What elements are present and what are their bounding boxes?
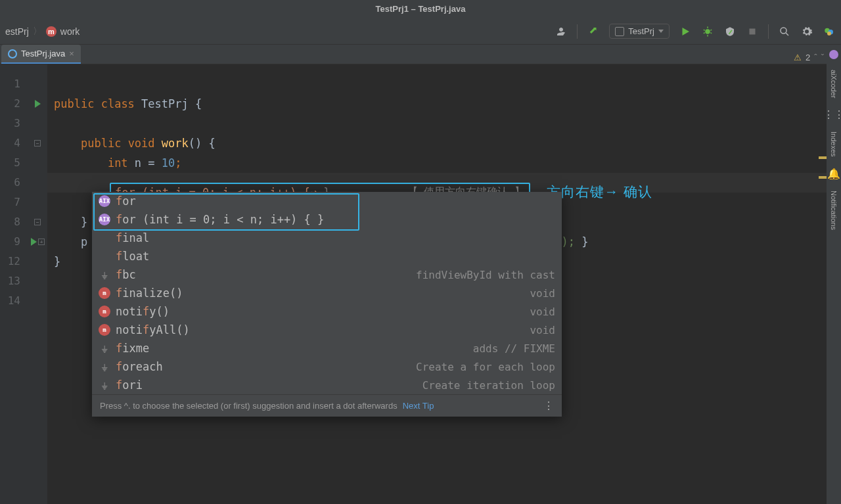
notifications-label[interactable]: Notifications xyxy=(830,184,838,237)
line-number: 6 xyxy=(0,173,27,193)
breadcrumb-sep: 〉 xyxy=(33,26,42,37)
completion-hint: Create a for each loop xyxy=(416,361,555,373)
inspection-widget[interactable]: ⚠ 2 ˆ ˇ xyxy=(794,53,824,62)
bell-icon[interactable]: 🔔 xyxy=(827,168,840,180)
fold-icon[interactable] xyxy=(28,133,47,153)
method-icon: m xyxy=(99,287,110,299)
stop-button[interactable] xyxy=(746,25,759,38)
tab-label: TestPrj.java xyxy=(21,49,65,58)
completion-item[interactable]: ⏚foriCreate iteration loop xyxy=(92,376,562,394)
line-number: 8 xyxy=(0,212,27,232)
run-configuration-dropdown[interactable]: TestPrj xyxy=(609,24,670,39)
completion-label: fbc xyxy=(116,268,136,281)
svg-point-2 xyxy=(781,28,786,34)
completion-icon xyxy=(99,250,110,262)
run-config-label: TestPrj xyxy=(628,26,654,36)
chevron-down-icon xyxy=(658,30,664,33)
fold-icon[interactable] xyxy=(28,212,47,232)
tab-testprj[interactable]: TestPrj.java × xyxy=(1,45,81,64)
code-line[interactable] xyxy=(47,114,841,133)
completion-popup[interactable]: AIXforAIXfor (int i = 0; i < n; i++) { }… xyxy=(92,192,562,417)
line-number: 7 xyxy=(0,193,27,212)
completion-item[interactable]: final xyxy=(92,229,562,247)
template-icon: ⏚ xyxy=(99,379,110,391)
more-icon[interactable]: ⋮ xyxy=(543,400,554,412)
completion-item[interactable]: mnotify()void xyxy=(92,302,562,321)
next-tip-link[interactable]: Next Tip xyxy=(403,401,434,411)
completion-item[interactable]: float xyxy=(92,247,562,265)
svg-point-5 xyxy=(827,32,831,35)
code-line[interactable] xyxy=(47,74,841,94)
completion-item[interactable]: ⏚fixmeadds // FIXME xyxy=(92,339,562,357)
completion-hint: void xyxy=(530,287,555,300)
aixcoder-label[interactable]: aiXcoder xyxy=(830,63,838,104)
method-icon: m xyxy=(99,324,110,336)
completion-hint: void xyxy=(530,324,555,336)
completion-item[interactable]: AIXfor (int i = 0; i < n; i++) { } xyxy=(92,210,562,229)
hammer-icon[interactable] xyxy=(587,25,600,38)
template-icon: ⏚ xyxy=(99,361,110,373)
breadcrumb-member[interactable]: work xyxy=(60,26,80,37)
annotation-right-arrow: 方向右键→ 确认 xyxy=(547,183,652,201)
svg-rect-1 xyxy=(750,28,756,34)
completion-label: fixme xyxy=(116,342,149,355)
completion-item[interactable]: mfinalize()void xyxy=(92,284,562,302)
completion-label: for xyxy=(116,195,136,208)
template-icon: ⏚ xyxy=(99,342,110,354)
search-icon[interactable] xyxy=(778,25,791,38)
run-button[interactable] xyxy=(679,25,692,38)
close-icon[interactable]: × xyxy=(69,49,74,58)
toolbar-right: TestPrj xyxy=(555,24,836,39)
run-expand-icon[interactable] xyxy=(28,232,47,252)
chevron-down-icon[interactable]: ˇ xyxy=(821,53,824,62)
warning-count: 2 xyxy=(806,53,810,62)
method-icon: m xyxy=(99,306,110,317)
gear-icon[interactable] xyxy=(800,25,813,38)
line-number: 4 xyxy=(0,133,27,153)
template-icon: ⏚ xyxy=(99,269,110,281)
code-line[interactable]: public class TestPrj { xyxy=(47,94,841,114)
code-line[interactable]: int n = 10; xyxy=(47,153,841,173)
chevron-up-icon[interactable]: ˆ xyxy=(814,53,817,62)
aixcoder-icon[interactable] xyxy=(829,50,838,59)
completion-hint: Create iteration loop xyxy=(422,379,555,392)
indexes-label[interactable]: Indexes xyxy=(830,125,838,164)
toolbar-separator xyxy=(768,24,769,39)
line-number: 5 xyxy=(0,153,27,173)
coverage-button[interactable] xyxy=(723,25,737,38)
completion-item[interactable]: ⏚foreachCreate a for each loop xyxy=(92,357,562,376)
right-toolbar: aiXcoder ⋮⋮ Indexes 🔔 Notifications xyxy=(827,45,841,504)
editor-tabs: TestPrj.java × ⋮ xyxy=(0,45,841,64)
completion-label: float xyxy=(116,250,149,263)
run-gutter-icon[interactable] xyxy=(28,94,47,114)
logo-icon[interactable] xyxy=(823,25,836,38)
debug-button[interactable] xyxy=(701,25,714,38)
completion-label: notify() xyxy=(116,305,170,318)
completion-hint: void xyxy=(530,306,555,318)
breadcrumb-project[interactable]: estPrj xyxy=(5,26,29,37)
code-line[interactable]: public void work() { xyxy=(47,133,841,153)
line-number: 1 xyxy=(0,74,27,94)
completion-icon xyxy=(99,232,110,244)
completion-hint: adds // FIXME xyxy=(473,342,555,355)
warning-stripe[interactable] xyxy=(819,176,827,179)
completion-item[interactable]: AIXfor xyxy=(92,192,562,210)
indexes-icon[interactable]: ⋮⋮ xyxy=(823,108,841,121)
aix-icon: AIX xyxy=(99,214,110,225)
completion-item[interactable]: ⏚fbcfindViewById with cast xyxy=(92,265,562,284)
svg-point-0 xyxy=(705,29,710,34)
completion-label: final xyxy=(116,231,149,244)
completion-hint: findViewById with cast xyxy=(416,269,555,281)
completion-label: finalize() xyxy=(116,286,183,300)
java-file-icon xyxy=(8,49,17,58)
breadcrumb[interactable]: estPrj 〉 m work xyxy=(5,26,80,37)
line-number: 14 xyxy=(0,291,27,311)
tip-text: Press ^. to choose the selected (or firs… xyxy=(100,401,398,411)
completion-item[interactable]: mnotifyAll()void xyxy=(92,321,562,339)
main-toolbar: estPrj 〉 m work TestPrj xyxy=(0,18,841,45)
user-icon[interactable] xyxy=(555,25,568,38)
warning-stripe[interactable] xyxy=(819,156,827,159)
toolbar-separator xyxy=(577,24,578,39)
line-number-gutter: 1 2 3 4 5 6 7 8 9 12 13 14 xyxy=(0,64,28,504)
completion-label: notifyAll() xyxy=(116,323,190,336)
